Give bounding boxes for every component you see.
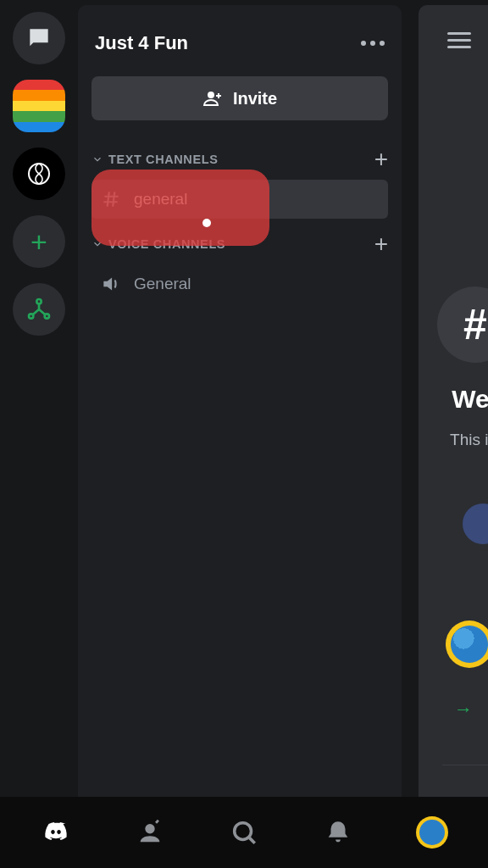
svg-point-1 (36, 299, 41, 303)
friend-wave-icon (136, 818, 164, 847)
direct-messages-button[interactable] (13, 12, 65, 64)
chevron-down-icon (92, 238, 103, 250)
speaker-icon (100, 273, 122, 295)
server-rail: + (0, 0, 78, 797)
add-server-button[interactable]: + (13, 215, 65, 268)
divider (442, 765, 488, 765)
voice-channels-label: VOICE CHANNELS (108, 237, 225, 251)
voice-channels-category: VOICE CHANNELS + General (78, 229, 402, 314)
search-icon (230, 818, 258, 847)
server-just4fun[interactable] (13, 80, 65, 132)
hash-icon (100, 188, 122, 210)
text-channels-category: TEXT CHANNELS + general (78, 144, 402, 229)
nav-home[interactable] (37, 814, 75, 851)
text-channels-header[interactable]: TEXT CHANNELS + (92, 144, 388, 175)
plus-icon: + (30, 225, 47, 259)
welcome-subline: This is (450, 431, 488, 449)
channel-label: General (134, 275, 191, 293)
add-text-channel-button[interactable]: + (374, 147, 388, 171)
channel-label: general (134, 190, 187, 209)
channel-panel: Just 4 Fun Invite TEXT CHANNELS + genera… (78, 5, 402, 797)
nav-search[interactable] (225, 814, 263, 851)
avatar (446, 620, 488, 668)
chat-view-preview[interactable]: # Wel This is → (419, 5, 488, 797)
svg-point-6 (235, 823, 252, 840)
hub-icon (25, 296, 53, 323)
invite-button[interactable]: Invite (92, 76, 388, 120)
nav-friends[interactable] (131, 814, 169, 851)
server-title: Just 4 Fun (95, 32, 188, 54)
person-plus-icon (202, 88, 223, 108)
svg-point-5 (145, 824, 154, 833)
welcome-heading: Wel (452, 385, 488, 414)
bottom-nav (0, 797, 488, 868)
arrow-right-icon: → (454, 698, 473, 721)
chat-bubble-icon (25, 25, 53, 52)
server-openai[interactable] (13, 147, 65, 200)
voice-channels-header[interactable]: VOICE CHANNELS + (92, 229, 388, 259)
svg-point-4 (208, 92, 214, 98)
avatar (416, 816, 448, 849)
channel-general-text[interactable]: general (92, 180, 388, 219)
channel-hero-icon: # (437, 287, 488, 363)
text-channels-label: TEXT CHANNELS (108, 153, 218, 166)
menu-button[interactable] (447, 32, 471, 48)
server-discovery-button[interactable] (13, 283, 65, 336)
invite-label: Invite (233, 89, 277, 108)
bell-icon (324, 818, 352, 847)
server-menu-button[interactable] (361, 41, 385, 46)
menu-icon (447, 32, 471, 35)
avatar (463, 504, 488, 544)
nav-notifications[interactable] (319, 814, 357, 851)
more-icon (361, 41, 366, 46)
nav-profile[interactable] (413, 814, 451, 851)
channel-general-voice[interactable]: General (92, 264, 388, 303)
add-voice-channel-button[interactable]: + (374, 232, 388, 256)
discord-logo-icon (42, 818, 70, 847)
chevron-down-icon (92, 153, 103, 165)
openai-server-icon (25, 160, 53, 187)
